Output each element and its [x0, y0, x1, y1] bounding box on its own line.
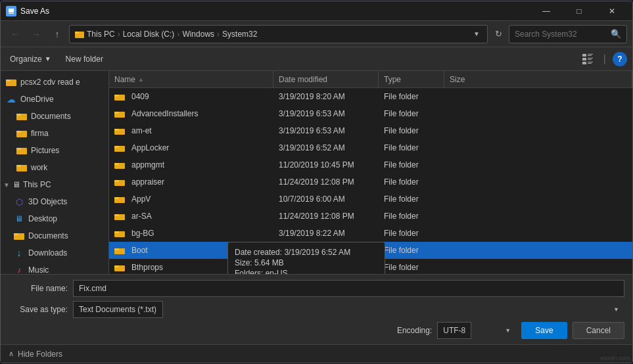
firma-icon	[16, 128, 27, 139]
svg-rect-45	[114, 248, 119, 250]
svg-rect-19	[16, 131, 21, 133]
pcsx2-folder-icon	[6, 77, 16, 87]
svg-rect-27	[114, 95, 119, 97]
sidebar-thispc-header[interactable]: ▼ 🖥 This PC	[1, 176, 108, 193]
up-button[interactable]: ↑	[48, 25, 66, 43]
sidebar-item-documents2[interactable]: Documents	[1, 227, 108, 244]
sidebar-item-documents[interactable]: Documents	[1, 108, 108, 125]
svg-rect-47	[114, 265, 119, 267]
sidebar-item-firma[interactable]: firma	[1, 125, 108, 142]
file-date-cell: 12/13/2019 1:56 AM	[273, 246, 379, 255]
file-date-cell: 3/19/2019 6:52 AM	[273, 143, 379, 152]
svg-rect-9	[588, 58, 593, 58]
file-list: 0409 3/19/2019 8:20 AM File folder Advan…	[109, 88, 632, 274]
sidebar-item-pictures[interactable]: Pictures	[1, 142, 108, 159]
svg-rect-10	[588, 59, 592, 60]
organize-button[interactable]: Organize ▼	[6, 51, 55, 68]
cancel-button[interactable]: Cancel	[573, 322, 624, 339]
table-row[interactable]: AppLocker 3/19/2019 6:52 AM File folder	[109, 139, 632, 156]
desktop-icon: 🖥	[14, 214, 24, 224]
table-row[interactable]: AppV 10/7/2019 6:00 AM File folder	[109, 191, 632, 208]
file-list-container: Name ▲ Date modified Type Size 040	[109, 71, 632, 274]
hide-folders-bar[interactable]: ∧ Hide Folders	[1, 344, 632, 363]
file-name-cell: Bthprops	[109, 263, 273, 272]
sidebar-item-onedrive[interactable]: ☁ OneDrive	[1, 91, 108, 108]
address-dropdown-button[interactable]: ▼	[471, 25, 482, 43]
new-folder-button[interactable]: New folder	[60, 51, 108, 68]
maximize-button[interactable]: □	[564, 1, 594, 21]
file-date-cell: 3/19/2019 6:53 AM	[273, 126, 379, 135]
address-bar[interactable]: This PC › Local Disk (C:) › Windows › Sy…	[69, 25, 488, 43]
table-row[interactable]: AdvancedInstallers 3/19/2019 6:53 AM Fil…	[109, 105, 632, 122]
svg-rect-21	[16, 148, 21, 150]
sidebar-item-work[interactable]: work	[1, 159, 108, 176]
breadcrumb-thispc[interactable]: This PC	[87, 30, 115, 39]
save-type-label: Save as type:	[9, 305, 68, 314]
watermark: wsxdn.com	[600, 355, 630, 361]
breadcrumb-localdisk[interactable]: Local Disk (C:)	[123, 30, 175, 39]
hide-folders-label: Hide Folders	[18, 350, 62, 359]
folder-icon	[114, 229, 125, 238]
table-row[interactable]: am-et 3/19/2019 6:53 AM File folder	[109, 122, 632, 139]
file-type-cell: File folder	[379, 92, 444, 101]
save-type-select[interactable]: Text Documents (*.txt)	[73, 301, 163, 318]
file-name-cell: 0409	[109, 92, 273, 101]
table-row[interactable]: appraiser 11/24/2019 12:08 PM File folde…	[109, 173, 632, 191]
svg-rect-2	[9, 13, 14, 14]
table-row[interactable]: 0409 3/19/2019 8:20 AM File folder	[109, 88, 632, 105]
documents-icon	[16, 111, 27, 122]
sidebar-item-desktop[interactable]: 🖥 Desktop	[1, 210, 108, 227]
file-name-input[interactable]	[73, 280, 624, 297]
breadcrumb-system32[interactable]: System32	[222, 30, 257, 39]
file-date-cell: 3/19/2019 6:53 AM	[273, 263, 379, 272]
work-icon	[16, 162, 27, 173]
svg-rect-1	[9, 9, 14, 12]
svg-rect-23	[16, 165, 21, 167]
sidebar-item-downloads[interactable]: ↓ Downloads	[1, 244, 108, 262]
svg-rect-41	[114, 214, 119, 216]
table-row[interactable]: bg-BG 3/19/2019 8:22 AM File folder	[109, 225, 632, 242]
folder-icon	[114, 246, 125, 255]
refresh-button[interactable]: ↻	[490, 26, 506, 42]
svg-rect-12	[588, 62, 593, 62]
back-button[interactable]: ←	[6, 25, 24, 43]
title-bar: Save As — □ ✕	[1, 1, 632, 21]
dialog-icon	[6, 6, 16, 16]
file-name-cell: AdvancedInstallers	[109, 109, 273, 118]
svg-rect-6	[588, 54, 593, 55]
breadcrumb-windows[interactable]: Windows	[182, 30, 214, 39]
col-header-type[interactable]: Type	[379, 71, 444, 87]
table-row[interactable]: ar-SA 11/24/2019 12:08 PM File folder	[109, 208, 632, 225]
file-type-cell: File folder	[379, 109, 444, 118]
col-header-name[interactable]: Name ▲	[109, 71, 273, 87]
file-type-cell: File folder	[379, 229, 444, 238]
sidebar-item-3dobjects[interactable]: ⬡ 3D Objects	[1, 193, 108, 210]
save-as-dialog: Save As — □ ✕ ← → ↑ This PC › Local Disk…	[0, 1, 633, 363]
view-toggle-button[interactable]	[578, 51, 597, 68]
col-header-date[interactable]: Date modified	[273, 71, 379, 87]
encoding-select[interactable]: UTF-8	[437, 322, 471, 339]
file-date-cell: 3/19/2019 8:22 AM	[273, 229, 379, 238]
minimize-button[interactable]: —	[531, 1, 561, 21]
search-input[interactable]	[515, 30, 608, 39]
file-date-cell: 11/20/2019 10:45 PM	[273, 160, 379, 170]
sidebar-item-pcsx2[interactable]: pcsx2 cdv read e	[1, 74, 108, 91]
col-header-size[interactable]: Size	[444, 71, 632, 87]
view-icon	[582, 54, 593, 64]
title-bar-buttons: — □ ✕	[531, 4, 627, 18]
table-row[interactable]: Boot 12/13/2019 1:56 AM File folder Date…	[109, 242, 632, 259]
svg-rect-31	[114, 129, 119, 131]
file-name-label: File name:	[9, 284, 68, 293]
save-button[interactable]: Save	[521, 322, 567, 339]
table-row[interactable]: Bthprops 3/19/2019 6:53 AM File folder	[109, 259, 632, 274]
file-name-cell: AppV	[109, 194, 273, 204]
folder-icon	[114, 127, 125, 135]
pictures-icon	[16, 145, 27, 156]
table-row[interactable]: appmgmt 11/20/2019 10:45 PM File folder	[109, 156, 632, 173]
sidebar-item-music[interactable]: ♪ Music	[1, 262, 108, 274]
close-button[interactable]: ✕	[597, 1, 627, 21]
help-button[interactable]: ?	[613, 52, 627, 66]
file-list-header: Name ▲ Date modified Type Size	[109, 71, 632, 88]
forward-button[interactable]: →	[27, 25, 45, 43]
file-name-cell: am-et	[109, 126, 273, 135]
